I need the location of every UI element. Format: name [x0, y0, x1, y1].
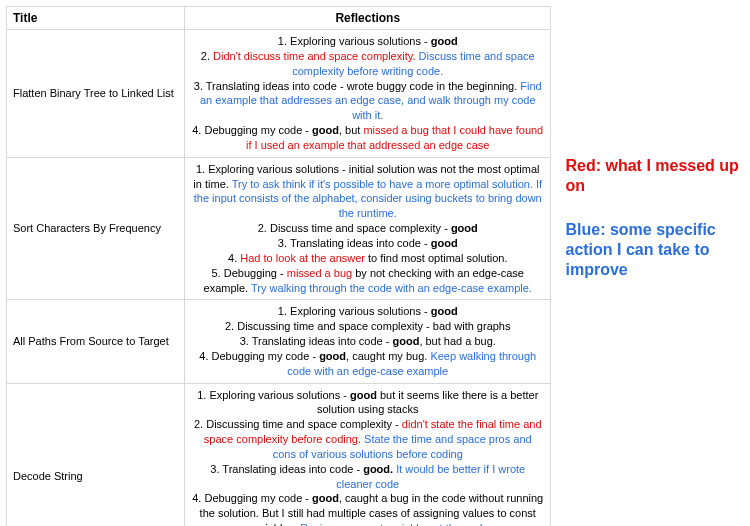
text-segment: good — [451, 222, 478, 234]
text-segment: good — [431, 305, 458, 317]
text-segment: good — [319, 350, 346, 362]
text-segment: 2. Discuss time and space complexity - — [258, 222, 451, 234]
text-segment: 2. Discussing time and space complexity … — [194, 418, 402, 430]
reflections-table: Title Reflections Flatten Binary Tree to… — [6, 6, 551, 526]
text-segment: 5. Debugging - — [212, 267, 287, 279]
text-segment: 4. Debugging my code - — [192, 124, 312, 136]
text-segment: good. — [363, 463, 393, 475]
text-segment: 2. Discussing time and space complexity … — [225, 320, 511, 332]
text-segment: good — [312, 492, 339, 504]
text-segment: 1. Exploring various solutions - — [197, 389, 350, 401]
reflection-line: 3. Translating ideas into code - wrote b… — [191, 79, 544, 124]
legend-red: Red: what I messed up on — [565, 156, 744, 196]
header-title: Title — [7, 7, 185, 30]
text-segment: 3. Translating ideas into code - — [278, 237, 431, 249]
row-title: All Paths From Source to Target — [7, 300, 185, 383]
text-segment: Didn't discuss time and space complexity… — [213, 50, 415, 62]
row-title: Flatten Binary Tree to Linked List — [7, 30, 185, 158]
text-segment: 1. Exploring various solutions - — [278, 35, 431, 47]
reflection-line: 4. Debugging my code - good, but missed … — [191, 123, 544, 153]
row-title: Sort Characters By Frequency — [7, 157, 185, 300]
reflection-line: 1. Exploring various solutions - good — [191, 304, 544, 319]
reflection-line: 1. Exploring various solutions - good bu… — [191, 388, 544, 418]
text-segment: , but — [339, 124, 363, 136]
reflection-line: 2. Discussing time and space complexity … — [191, 319, 544, 334]
text-segment: 3. Translating ideas into code - wrote b… — [194, 80, 521, 92]
text-segment: Try walking through the code with an edg… — [251, 282, 532, 294]
reflection-line: 2. Discuss time and space complexity - g… — [191, 221, 544, 236]
text-segment: 3. Translating ideas into code - — [210, 463, 363, 475]
header-reflections: Reflections — [185, 7, 551, 30]
reflection-line: 4. Had to look at the answer to find mos… — [191, 251, 544, 266]
header-row: Title Reflections — [7, 7, 551, 30]
reflection-line: 4. Debugging my code - good, caught a bu… — [191, 491, 544, 526]
legend-blue: Blue: some specific action I can take to… — [565, 220, 744, 280]
table-row: Flatten Binary Tree to Linked List1. Exp… — [7, 30, 551, 158]
text-segment: , but had a bug. — [419, 335, 495, 347]
reflection-line: 2. Discussing time and space complexity … — [191, 417, 544, 462]
table-row: Sort Characters By Frequency1. Exploring… — [7, 157, 551, 300]
text-segment: , caught my bug. — [346, 350, 430, 362]
text-segment: Had to look at the answer — [240, 252, 365, 264]
text-segment: good — [431, 35, 458, 47]
row-reflections: 1. Exploring various solutions - good2. … — [185, 30, 551, 158]
text-segment: good — [312, 124, 339, 136]
row-reflections: 1. Exploring various solutions - good bu… — [185, 383, 551, 526]
page-wrap: Title Reflections Flatten Binary Tree to… — [6, 6, 744, 526]
reflection-line: 3. Translating ideas into code - good, b… — [191, 334, 544, 349]
text-segment: missed a bug — [287, 267, 352, 279]
reflection-line: 5. Debugging - missed a bug by not check… — [191, 266, 544, 296]
reflection-line: 4. Debugging my code - good, caught my b… — [191, 349, 544, 379]
row-reflections: 1. Exploring various solutions - initial… — [185, 157, 551, 300]
text-segment: 2. — [201, 50, 213, 62]
text-segment: good — [350, 389, 377, 401]
text-segment: 4. Debugging my code - — [192, 492, 312, 504]
text-segment: Try to ask think if it's possible to hav… — [194, 178, 542, 220]
text-segment: to find most optimal solution. — [365, 252, 507, 264]
row-reflections: 1. Exploring various solutions - good2. … — [185, 300, 551, 383]
text-segment: good — [431, 237, 458, 249]
text-segment: 3. Translating ideas into code - — [240, 335, 393, 347]
legend: Red: what I messed up on Blue: some spec… — [565, 6, 744, 304]
text-segment: Review my const variables at the end. — [300, 522, 485, 526]
reflection-line: 3. Translating ideas into code - good — [191, 236, 544, 251]
table-row: Decode String1. Exploring various soluti… — [7, 383, 551, 526]
text-segment: 1. Exploring various solutions - — [278, 305, 431, 317]
text-segment: 4. Debugging my code - — [199, 350, 319, 362]
table-row: All Paths From Source to Target1. Explor… — [7, 300, 551, 383]
reflection-line: 1. Exploring various solutions - good — [191, 34, 544, 49]
row-title: Decode String — [7, 383, 185, 526]
reflection-line: 1. Exploring various solutions - initial… — [191, 162, 544, 221]
text-segment: good — [393, 335, 420, 347]
reflection-line: 2. Didn't discuss time and space complex… — [191, 49, 544, 79]
text-segment: 4. — [228, 252, 240, 264]
reflection-line: 3. Translating ideas into code - good. I… — [191, 462, 544, 492]
